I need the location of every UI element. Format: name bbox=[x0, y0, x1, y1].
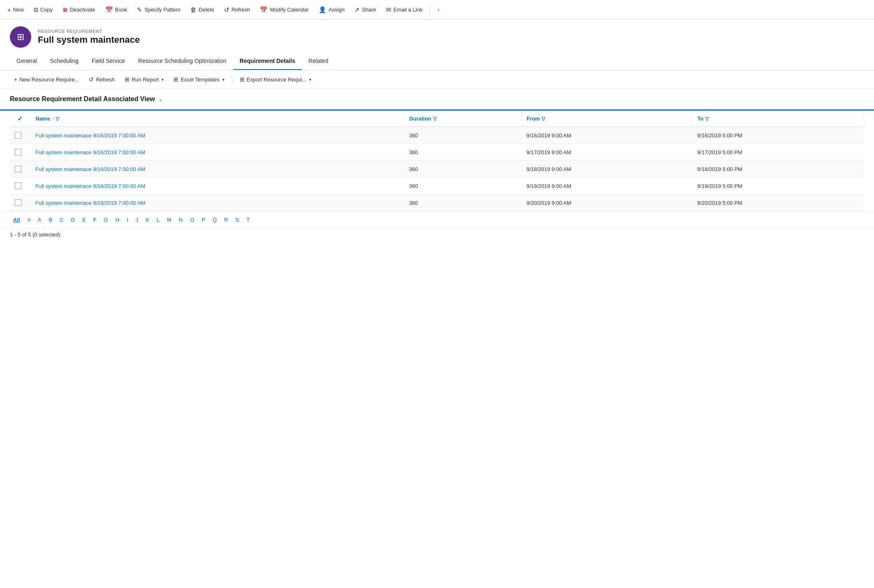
excel-templates-button[interactable]: ⊞ Excel Templates ▾ bbox=[169, 74, 228, 85]
pagination-letter-e[interactable]: E bbox=[79, 215, 89, 225]
more-icon: › bbox=[438, 7, 439, 13]
nav-tabs: General Scheduling Field Service Resourc… bbox=[0, 53, 874, 70]
tab-requirement-details[interactable]: Requirement Details bbox=[233, 53, 302, 70]
row-duration-cell: 360 bbox=[404, 194, 521, 211]
table-row: Full system maintenace 9/16/2019 7:00:00… bbox=[10, 127, 864, 144]
main-toolbar: + New ⧉ Copy ⊗ Deactivate 📅 Book ✎ Speci… bbox=[0, 0, 874, 20]
deactivate-button[interactable]: ⊗ Deactivate bbox=[58, 4, 99, 16]
row-checkbox[interactable] bbox=[15, 199, 21, 206]
name-filter-icon[interactable]: ▽ bbox=[55, 116, 59, 122]
row-checkbox[interactable] bbox=[15, 183, 21, 189]
duration-header: Duration ▽ bbox=[404, 111, 521, 127]
pagination-letter-#[interactable]: # bbox=[24, 215, 34, 225]
pagination-letter-j[interactable]: J bbox=[132, 215, 142, 225]
row-checkbox[interactable] bbox=[15, 149, 21, 155]
pagination-letter-n[interactable]: N bbox=[176, 215, 186, 225]
pagination-letter-l[interactable]: L bbox=[153, 215, 163, 225]
sub-refresh-button[interactable]: ↺ Refresh bbox=[85, 74, 119, 85]
export-button[interactable]: ⊞ Export Resource Requi... ▾ bbox=[236, 74, 315, 85]
data-table: ✓ Name ↑ ▽ Duration ▽ bbox=[10, 111, 864, 211]
pagination-letter-k[interactable]: K bbox=[142, 215, 153, 225]
row-name-link[interactable]: Full system maintenace 9/16/2019 7:00:00… bbox=[35, 183, 145, 189]
row-from-cell: 9/19/2019 9:00 AM bbox=[521, 178, 692, 194]
copy-button[interactable]: ⧉ Copy bbox=[30, 4, 57, 16]
pagination-letter-o[interactable]: O bbox=[187, 215, 197, 225]
pagination-letter-c[interactable]: C bbox=[56, 215, 67, 225]
pagination-letter-p[interactable]: P bbox=[199, 215, 209, 225]
specify-pattern-button[interactable]: ✎ Specify Pattern bbox=[133, 4, 185, 16]
pagination-letter-m[interactable]: M bbox=[164, 215, 175, 225]
pagination-row: All#ABCDEFGHIJKLMNOPQRST bbox=[0, 211, 874, 228]
assign-button[interactable]: 👤 Assign bbox=[314, 4, 349, 16]
pagination-letter-h[interactable]: H bbox=[112, 215, 123, 225]
book-icon: 📅 bbox=[105, 6, 113, 14]
new-button[interactable]: + New bbox=[3, 4, 28, 16]
copy-icon: ⧉ bbox=[34, 6, 38, 14]
new-resource-icon: + bbox=[14, 76, 17, 83]
duration-filter-icon[interactable]: ▽ bbox=[433, 116, 437, 122]
from-filter-icon[interactable]: ▽ bbox=[541, 116, 545, 122]
tab-scheduling[interactable]: Scheduling bbox=[44, 53, 85, 70]
row-checkbox-cell bbox=[10, 194, 30, 211]
pagination-letter-a[interactable]: A bbox=[35, 215, 45, 225]
sub-refresh-icon: ↺ bbox=[89, 76, 94, 83]
export-icon: ⊞ bbox=[240, 76, 245, 83]
tab-general[interactable]: General bbox=[10, 53, 44, 70]
row-from-cell: 9/16/2019 9:00 AM bbox=[521, 127, 692, 144]
tab-field-service[interactable]: Field Service bbox=[85, 53, 132, 70]
pagination-letter-all[interactable]: All bbox=[10, 215, 23, 225]
row-to-cell: 9/17/2019 5:00 PM bbox=[692, 144, 864, 161]
tab-related[interactable]: Related bbox=[302, 53, 335, 70]
tab-scheduling-label: Scheduling bbox=[50, 58, 79, 64]
email-link-button[interactable]: ✉ Email a Link bbox=[382, 4, 427, 16]
tab-general-label: General bbox=[16, 58, 37, 64]
modify-calendar-icon: 📅 bbox=[260, 6, 268, 14]
record-title: Full system maintenace bbox=[38, 35, 140, 45]
table-body: Full system maintenace 9/16/2019 7:00:00… bbox=[10, 127, 864, 211]
name-sort-icon[interactable]: ↑ bbox=[52, 116, 54, 121]
share-button[interactable]: ↗ Share bbox=[350, 4, 380, 16]
pagination-letter-r[interactable]: R bbox=[221, 215, 231, 225]
row-to-cell: 9/20/2019 5:00 PM bbox=[692, 194, 864, 211]
refresh-button[interactable]: ↺ Refresh bbox=[220, 4, 254, 16]
row-name-link[interactable]: Full system maintenace 9/16/2019 7:00:00… bbox=[35, 132, 145, 139]
row-name-link[interactable]: Full system maintenace 9/16/2019 7:00:00… bbox=[35, 149, 145, 155]
name-header: Name ↑ ▽ bbox=[30, 111, 404, 127]
select-all-header[interactable]: ✓ bbox=[10, 111, 30, 127]
modify-calendar-button[interactable]: 📅 Modify Calendar bbox=[256, 4, 313, 16]
view-chevron-icon[interactable]: ⌄ bbox=[158, 96, 163, 102]
row-name-link[interactable]: Full system maintenace 9/16/2019 7:00:00… bbox=[35, 166, 145, 172]
pagination-letter-f[interactable]: F bbox=[90, 215, 100, 225]
tab-resource-scheduling[interactable]: Resource Scheduling Optimization bbox=[132, 53, 233, 70]
record-icon: ⊞ bbox=[10, 26, 31, 48]
email-link-label: Email a Link bbox=[393, 7, 423, 13]
to-header: To ▽ bbox=[692, 111, 864, 127]
pagination-letter-s[interactable]: S bbox=[232, 215, 243, 225]
pagination-letter-i[interactable]: I bbox=[123, 215, 132, 225]
select-all-checkbox[interactable]: ✓ bbox=[17, 115, 23, 122]
book-label: Book bbox=[115, 7, 127, 13]
to-filter-icon[interactable]: ▽ bbox=[705, 116, 709, 122]
row-checkbox-cell bbox=[10, 161, 30, 178]
row-from-cell: 9/18/2019 9:00 AM bbox=[521, 161, 692, 178]
pagination-letter-t[interactable]: T bbox=[243, 215, 253, 225]
row-checkbox[interactable] bbox=[15, 166, 21, 172]
row-to-cell: 9/19/2019 5:00 PM bbox=[692, 178, 864, 194]
table-header-row: ✓ Name ↑ ▽ Duration ▽ bbox=[10, 111, 864, 127]
delete-button[interactable]: 🗑 Delete bbox=[186, 4, 218, 16]
row-checkbox-cell bbox=[10, 127, 30, 144]
excel-templates-icon: ⊞ bbox=[173, 76, 178, 83]
pagination-letter-b[interactable]: B bbox=[46, 215, 56, 225]
run-report-button[interactable]: ⊞ Run Report ▾ bbox=[120, 74, 168, 85]
export-chevron: ▾ bbox=[309, 77, 311, 82]
to-header-label: To bbox=[697, 116, 703, 122]
record-type: RESOURCE REQUIREMENT bbox=[38, 29, 140, 34]
book-button[interactable]: 📅 Book bbox=[101, 4, 132, 16]
pagination-letter-q[interactable]: Q bbox=[209, 215, 220, 225]
row-name-link[interactable]: Full system maintenace 9/16/2019 7:00:00… bbox=[35, 200, 145, 206]
pagination-letter-d[interactable]: D bbox=[68, 215, 78, 225]
pagination-letter-g[interactable]: G bbox=[101, 215, 111, 225]
row-checkbox[interactable] bbox=[15, 132, 21, 139]
new-resource-button[interactable]: + New Resource Require... bbox=[10, 74, 83, 85]
more-button[interactable]: › bbox=[434, 4, 444, 15]
